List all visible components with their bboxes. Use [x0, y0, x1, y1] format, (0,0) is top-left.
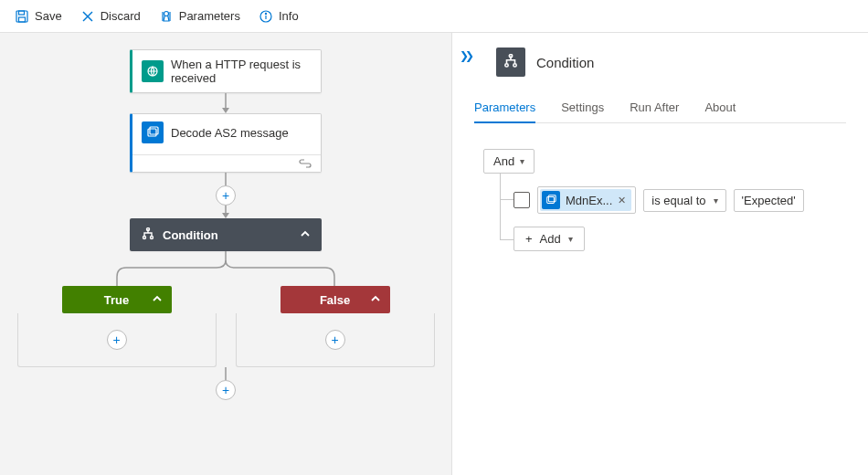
false-label: False — [320, 293, 350, 307]
command-bar: Save Discard Parameters Info — [0, 0, 868, 33]
discard-icon — [80, 9, 95, 24]
chevron-down-icon: ▾ — [714, 195, 718, 206]
designer-canvas[interactable]: When a HTTP request is received Decode A… — [0, 33, 452, 475]
tab-parameters[interactable]: Parameters — [474, 95, 535, 123]
save-button[interactable]: Save — [7, 5, 69, 27]
panel-header: Condition — [496, 48, 846, 77]
true-label: True — [104, 293, 129, 307]
link-icon — [299, 159, 312, 168]
svg-rect-12 — [148, 129, 156, 136]
details-panel: ❯❯ Condition Parameters Settings Run Aft… — [452, 33, 868, 475]
trigger-label: When a HTTP request is received — [171, 58, 312, 85]
false-branch-header[interactable]: False — [281, 286, 390, 313]
chevron-up-icon — [152, 293, 163, 307]
chevron-down-icon: ▾ — [568, 234, 573, 244]
svg-rect-1 — [19, 11, 25, 15]
group-operator-label: And — [493, 154, 514, 168]
true-branch: True + — [16, 286, 217, 367]
token-remove-icon[interactable]: ✕ — [618, 195, 626, 206]
token-icon — [542, 191, 560, 209]
tab-about[interactable]: About — [704, 95, 736, 122]
add-row: + Add ▾ — [501, 214, 846, 251]
operator-label: is equal to — [651, 194, 705, 207]
branch-connector — [35, 251, 417, 286]
save-icon — [15, 9, 29, 24]
info-label: Info — [279, 9, 299, 23]
info-icon — [259, 9, 273, 24]
add-action-true-button[interactable]: + — [107, 330, 127, 350]
connector-line — [220, 173, 231, 185]
row-checkbox[interactable] — [513, 192, 530, 208]
dynamic-content-token[interactable]: MdnEx... ✕ — [540, 189, 631, 211]
value-text: 'Expected' — [742, 194, 796, 207]
add-action-after-button[interactable]: + — [216, 380, 236, 400]
chevron-down-icon: ▾ — [520, 156, 524, 166]
add-condition-button[interactable]: + Add ▾ — [513, 227, 585, 251]
info-button[interactable]: Info — [251, 5, 306, 27]
plus-icon: + — [525, 232, 533, 246]
main-split: When a HTTP request is received Decode A… — [0, 33, 868, 475]
svg-point-17 — [143, 237, 146, 239]
discard-button[interactable]: Discard — [73, 5, 148, 27]
token-label: MdnEx... — [566, 194, 612, 207]
operand-field[interactable]: MdnEx... ✕ — [537, 186, 636, 214]
workflow-flow: When a HTTP request is received Decode A… — [0, 49, 451, 400]
add-action-button[interactable]: + — [216, 185, 236, 206]
svg-point-18 — [151, 237, 153, 239]
save-label: Save — [35, 9, 62, 23]
true-branch-header[interactable]: True — [62, 286, 172, 313]
condition-icon — [496, 48, 525, 77]
parameters-icon — [159, 9, 174, 24]
tab-run-after[interactable]: Run After — [630, 95, 679, 122]
svg-rect-0 — [16, 11, 27, 22]
trigger-card-http-request[interactable]: When a HTTP request is received — [130, 49, 322, 93]
condition-branches: True + False — [16, 286, 436, 367]
svg-rect-26 — [548, 195, 556, 202]
svg-point-22 — [505, 64, 508, 67]
http-trigger-icon — [142, 60, 164, 82]
connection-indicator[interactable] — [132, 154, 321, 172]
svg-point-23 — [513, 64, 516, 67]
condition-icon — [141, 227, 155, 242]
add-label: Add — [540, 232, 561, 246]
parameters-label: Parameters — [179, 9, 240, 23]
tab-settings[interactable]: Settings — [561, 95, 604, 122]
connector-line — [220, 206, 231, 218]
group-operator-dropdown[interactable]: And ▾ — [483, 149, 535, 174]
condition-builder: And ▾ MdnEx... ✕ — [483, 149, 846, 251]
false-branch: False + — [234, 286, 436, 367]
true-branch-body: + — [17, 313, 217, 367]
add-action-false-button[interactable]: + — [325, 330, 345, 350]
condition-rows: MdnEx... ✕ is equal to ▾ 'Expected' + — [500, 174, 846, 251]
collapse-panel-button[interactable]: ❯❯ — [460, 49, 471, 62]
condition-row: MdnEx... ✕ is equal to ▾ 'Expected' — [501, 174, 846, 214]
action-card-decode-as2[interactable]: Decode AS2 message — [130, 113, 322, 173]
condition-label: Condition — [163, 228, 218, 242]
parameters-button[interactable]: Parameters — [152, 5, 248, 27]
decode-as2-label: Decode AS2 message — [171, 126, 289, 140]
svg-point-8 — [265, 13, 266, 14]
svg-rect-25 — [547, 197, 555, 204]
connector-line — [220, 367, 231, 380]
operator-dropdown[interactable]: is equal to ▾ — [643, 189, 725, 212]
value-field[interactable]: 'Expected' — [734, 189, 804, 212]
chevron-up-icon — [370, 293, 381, 307]
svg-rect-2 — [19, 17, 26, 22]
svg-point-5 — [164, 11, 168, 16]
action-card-condition[interactable]: Condition — [130, 218, 322, 251]
svg-rect-13 — [150, 127, 158, 134]
discard-label: Discard — [101, 9, 141, 23]
panel-tabs: Parameters Settings Run After About — [474, 95, 846, 123]
panel-title: Condition — [536, 55, 594, 70]
false-branch-body: + — [236, 313, 435, 367]
decode-as2-icon — [142, 121, 164, 143]
connector-arrow — [220, 93, 231, 113]
chevron-up-icon — [300, 228, 311, 242]
